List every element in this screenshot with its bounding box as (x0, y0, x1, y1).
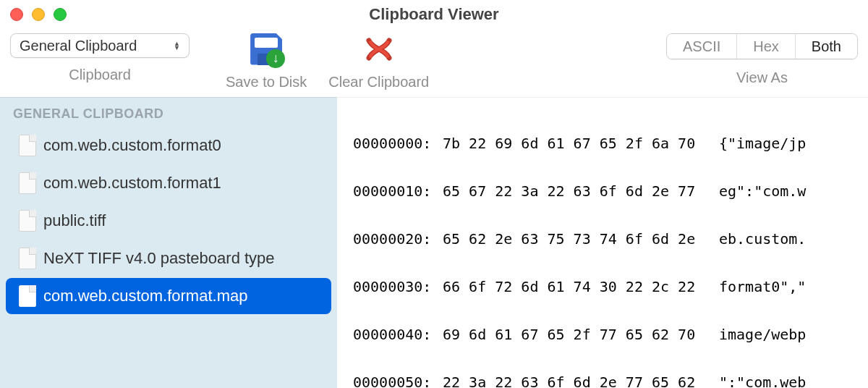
clipboard-select-value: General Clipboard (20, 38, 137, 54)
select-arrows-icon: ▲▼ (174, 41, 180, 50)
sidebar-item-label: public.tiff (43, 211, 106, 230)
hex-row: 00000050:22 3a 22 63 6f 6d 2e 77 65 62":… (353, 374, 868, 388)
hex-addr: 00000000: (353, 135, 443, 151)
hex-bytes: 65 67 22 3a 22 63 6f 6d 2e 77 (443, 183, 719, 199)
toolbar: General Clipboard ▲▼ Clipboard ↓ Save to… (0, 29, 868, 97)
content: GENERAL CLIPBOARD com.web.custom.format0… (0, 97, 868, 388)
viewas-label: View As (736, 69, 788, 86)
document-icon (19, 285, 36, 307)
sidebar-item-label: com.web.custom.format0 (43, 136, 221, 155)
sidebar-item-label: com.web.custom.format.map (43, 287, 247, 305)
hex-ascii: ":"com.web (719, 374, 806, 388)
titlebar: Clipboard Viewer (0, 0, 868, 29)
sidebar-item-label: com.web.custom.format1 (43, 174, 221, 193)
hex-addr: 00000050: (353, 374, 443, 388)
clear-clipboard-button[interactable]: Clear Clipboard (328, 33, 429, 90)
hex-bytes: 65 62 2e 63 75 73 74 6f 6d 2e (443, 231, 719, 247)
hex-bytes: 66 6f 72 6d 61 74 30 22 2c 22 (443, 279, 719, 295)
save-to-disk-button[interactable]: ↓ Save to Disk (226, 33, 307, 90)
sidebar-item[interactable]: public.tiff (6, 203, 331, 239)
sidebar-item[interactable]: com.web.custom.format1 (6, 165, 331, 201)
viewas-hex-button[interactable]: Hex (737, 34, 796, 59)
hex-bytes: 7b 22 69 6d 61 67 65 2f 6a 70 (443, 135, 719, 151)
hex-ascii: format0"," (719, 279, 806, 295)
hex-row: 00000010:65 67 22 3a 22 63 6f 6d 2e 77eg… (353, 183, 868, 199)
hex-row: 00000000:7b 22 69 6d 61 67 65 2f 6a 70{"… (353, 135, 868, 151)
hex-row: 00000030:66 6f 72 6d 61 74 30 22 2c 22fo… (353, 279, 868, 295)
hex-row: 00000020:65 62 2e 63 75 73 74 6f 6d 2eeb… (353, 231, 868, 247)
minimize-window-button[interactable] (32, 8, 45, 21)
sidebar-item[interactable]: NeXT TIFF v4.0 pasteboard type (6, 240, 331, 277)
sidebar-header: GENERAL CLIPBOARD (0, 102, 337, 126)
hex-view: 00000000:7b 22 69 6d 61 67 65 2f 6a 70{"… (337, 97, 868, 388)
clipboard-select[interactable]: General Clipboard ▲▼ (10, 33, 190, 58)
document-icon (19, 135, 36, 156)
save-label: Save to Disk (226, 74, 307, 90)
hex-ascii: eb.custom. (719, 231, 806, 247)
hex-ascii: {"image/jp (719, 135, 806, 151)
hex-ascii: eg":"com.w (719, 183, 806, 199)
clear-icon (363, 33, 395, 65)
clear-label: Clear Clipboard (328, 74, 429, 90)
sidebar-item[interactable]: com.web.custom.format0 (6, 127, 331, 164)
document-icon (19, 248, 36, 269)
hex-addr: 00000030: (353, 279, 443, 295)
save-icon: ↓ (250, 33, 282, 65)
viewas-ascii-button[interactable]: ASCII (667, 34, 737, 59)
window-title: Clipboard Viewer (0, 5, 868, 24)
document-icon (19, 210, 36, 232)
close-window-button[interactable] (10, 8, 23, 21)
hex-bytes: 69 6d 61 67 65 2f 77 65 62 70 (443, 326, 719, 342)
hex-bytes: 22 3a 22 63 6f 6d 2e 77 65 62 (443, 374, 719, 388)
clipboard-label: Clipboard (69, 67, 131, 83)
maximize-window-button[interactable] (54, 8, 67, 21)
traffic-lights (10, 8, 67, 21)
hex-addr: 00000010: (353, 183, 443, 199)
sidebar-item[interactable]: com.web.custom.format.map (6, 278, 331, 314)
sidebar-item-label: NeXT TIFF v4.0 pasteboard type (43, 249, 275, 268)
hex-ascii: image/webp (719, 326, 806, 342)
sidebar: GENERAL CLIPBOARD com.web.custom.format0… (0, 97, 337, 388)
hex-row: 00000040:69 6d 61 67 65 2f 77 65 62 70im… (353, 326, 868, 342)
view-as-segmented-control: ASCII Hex Both (666, 33, 858, 59)
document-icon (19, 172, 36, 194)
hex-addr: 00000020: (353, 231, 443, 247)
hex-addr: 00000040: (353, 326, 443, 342)
viewas-both-button[interactable]: Both (796, 34, 857, 59)
